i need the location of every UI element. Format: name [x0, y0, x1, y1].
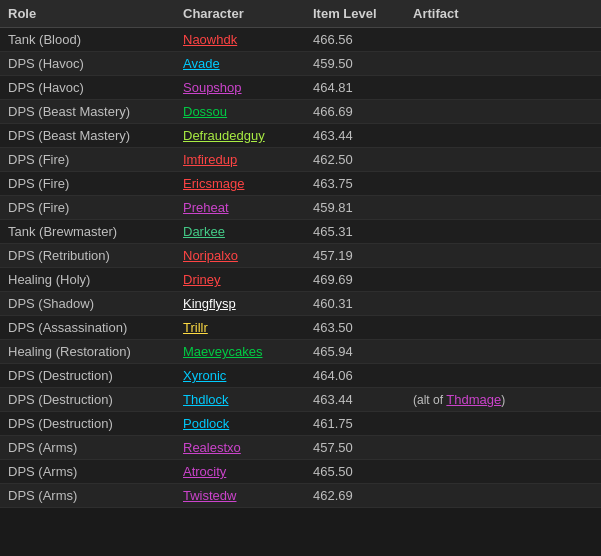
cell-character: Noripalxo: [175, 244, 305, 268]
cell-artifact: [405, 124, 601, 148]
table-row: DPS (Arms)Atrocity465.50: [0, 460, 601, 484]
cell-character: Podlock: [175, 412, 305, 436]
cell-item-level: 460.31: [305, 292, 405, 316]
character-link[interactable]: Naowhdk: [183, 32, 237, 47]
cell-role: DPS (Fire): [0, 148, 175, 172]
cell-character: Xyronic: [175, 364, 305, 388]
cell-character: Atrocity: [175, 460, 305, 484]
cell-character: Trillr: [175, 316, 305, 340]
cell-role: DPS (Assassination): [0, 316, 175, 340]
cell-item-level: 464.06: [305, 364, 405, 388]
cell-role: Tank (Blood): [0, 28, 175, 52]
table-row: DPS (Shadow)Kingflysp460.31: [0, 292, 601, 316]
cell-character: Avade: [175, 52, 305, 76]
table-row: DPS (Retribution)Noripalxo457.19: [0, 244, 601, 268]
character-link[interactable]: Imfiredup: [183, 152, 237, 167]
cell-item-level: 457.19: [305, 244, 405, 268]
cell-character: Defraudedguy: [175, 124, 305, 148]
header-role: Role: [0, 0, 175, 28]
cell-character: Twistedw: [175, 484, 305, 508]
table-row: DPS (Destruction)Thdlock463.44(alt of Th…: [0, 388, 601, 412]
cell-role: DPS (Havoc): [0, 76, 175, 100]
cell-artifact: [405, 484, 601, 508]
table-row: DPS (Fire)Imfiredup462.50: [0, 148, 601, 172]
cell-character: Naowhdk: [175, 28, 305, 52]
cell-character: Kingflysp: [175, 292, 305, 316]
cell-item-level: 465.94: [305, 340, 405, 364]
cell-artifact: (alt of Thdmage): [405, 388, 601, 412]
character-link[interactable]: Maeveycakes: [183, 344, 262, 359]
cell-character: Soupshop: [175, 76, 305, 100]
cell-artifact: [405, 268, 601, 292]
table-row: DPS (Destruction)Podlock461.75: [0, 412, 601, 436]
character-link[interactable]: Atrocity: [183, 464, 226, 479]
table-row: DPS (Destruction)Xyronic464.06: [0, 364, 601, 388]
table-row: DPS (Arms)Twistedw462.69: [0, 484, 601, 508]
cell-item-level: 463.44: [305, 388, 405, 412]
cell-character: Realestxo: [175, 436, 305, 460]
artifact-suffix: ): [501, 393, 505, 407]
cell-artifact: [405, 196, 601, 220]
table-row: Healing (Holy)Driney469.69: [0, 268, 601, 292]
character-link[interactable]: Thdlock: [183, 392, 229, 407]
character-link[interactable]: Trillr: [183, 320, 208, 335]
character-link[interactable]: Twistedw: [183, 488, 236, 503]
cell-character: Dossou: [175, 100, 305, 124]
cell-role: DPS (Shadow): [0, 292, 175, 316]
header-artifact: Artifact: [405, 0, 601, 28]
cell-character: Driney: [175, 268, 305, 292]
character-link[interactable]: Avade: [183, 56, 220, 71]
character-link[interactable]: Podlock: [183, 416, 229, 431]
table-row: DPS (Arms)Realestxo457.50: [0, 436, 601, 460]
cell-artifact: [405, 148, 601, 172]
character-link[interactable]: Kingflysp: [183, 296, 236, 311]
cell-artifact: [405, 52, 601, 76]
character-link[interactable]: Darkee: [183, 224, 225, 239]
cell-character: Preheat: [175, 196, 305, 220]
header-character: Character: [175, 0, 305, 28]
cell-item-level: 459.50: [305, 52, 405, 76]
character-link[interactable]: Ericsmage: [183, 176, 244, 191]
character-link[interactable]: Noripalxo: [183, 248, 238, 263]
cell-role: DPS (Fire): [0, 172, 175, 196]
cell-character: Imfiredup: [175, 148, 305, 172]
cell-item-level: 466.56: [305, 28, 405, 52]
cell-item-level: 465.31: [305, 220, 405, 244]
cell-role: DPS (Beast Mastery): [0, 100, 175, 124]
cell-artifact: [405, 340, 601, 364]
cell-role: DPS (Fire): [0, 196, 175, 220]
character-link[interactable]: Defraudedguy: [183, 128, 265, 143]
cell-role: DPS (Havoc): [0, 52, 175, 76]
cell-item-level: 457.50: [305, 436, 405, 460]
cell-item-level: 466.69: [305, 100, 405, 124]
cell-item-level: 462.50: [305, 148, 405, 172]
table-row: Tank (Brewmaster)Darkee465.31: [0, 220, 601, 244]
cell-role: Healing (Restoration): [0, 340, 175, 364]
cell-item-level: 465.50: [305, 460, 405, 484]
table-row: DPS (Havoc)Avade459.50: [0, 52, 601, 76]
cell-character: Ericsmage: [175, 172, 305, 196]
cell-artifact: [405, 316, 601, 340]
cell-role: DPS (Beast Mastery): [0, 124, 175, 148]
cell-artifact: [405, 100, 601, 124]
artifact-prefix: (alt of: [413, 393, 446, 407]
artifact-link[interactable]: Thdmage: [446, 392, 501, 407]
cell-role: DPS (Destruction): [0, 364, 175, 388]
table-row: DPS (Fire)Preheat459.81: [0, 196, 601, 220]
character-link[interactable]: Preheat: [183, 200, 229, 215]
cell-role: Healing (Holy): [0, 268, 175, 292]
character-link[interactable]: Xyronic: [183, 368, 226, 383]
cell-artifact: [405, 436, 601, 460]
character-link[interactable]: Soupshop: [183, 80, 242, 95]
cell-artifact: [405, 244, 601, 268]
character-link[interactable]: Driney: [183, 272, 221, 287]
character-link[interactable]: Dossou: [183, 104, 227, 119]
character-link[interactable]: Realestxo: [183, 440, 241, 455]
cell-artifact: [405, 28, 601, 52]
cell-role: Tank (Brewmaster): [0, 220, 175, 244]
cell-artifact: [405, 292, 601, 316]
table-row: DPS (Havoc)Soupshop464.81: [0, 76, 601, 100]
cell-item-level: 461.75: [305, 412, 405, 436]
table-row: Healing (Restoration)Maeveycakes465.94: [0, 340, 601, 364]
cell-role: DPS (Arms): [0, 484, 175, 508]
